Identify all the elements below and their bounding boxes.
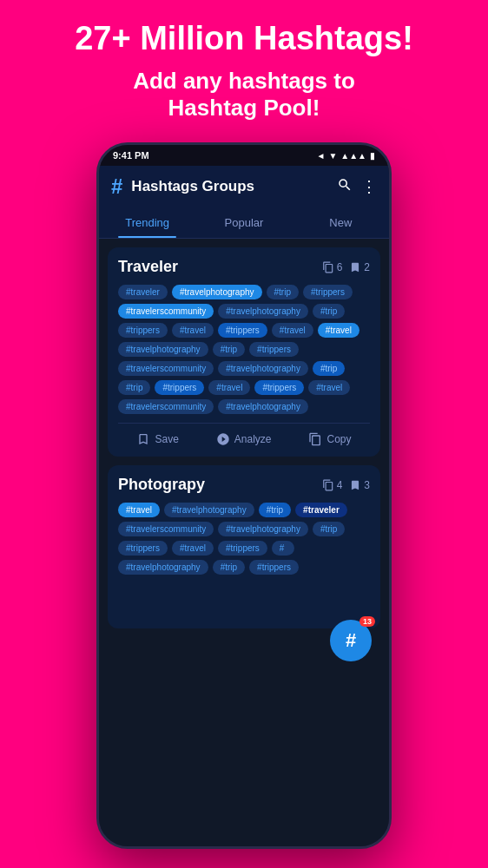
fab-icon: # xyxy=(346,629,356,652)
app-bar-title: Hashtags Groups xyxy=(131,178,328,195)
photography-copy-count: 4 xyxy=(322,479,343,491)
hashtag-travel-2[interactable]: #travel xyxy=(272,323,313,338)
photography-card-meta: 4 3 xyxy=(322,479,370,491)
hashtag-traveler[interactable]: #traveler xyxy=(118,285,168,299)
promo-title: 27+ Million Hashtags! xyxy=(17,21,471,57)
promo-subtitle: Add any hashtags toHashtag Pool! xyxy=(17,68,471,122)
ph-hashtag-travelerscommunity[interactable]: #travelerscommunity xyxy=(118,522,214,536)
ph-hashtag-trippers-2[interactable]: #trippers xyxy=(218,541,267,556)
save-label: Save xyxy=(155,433,178,445)
hashtag-trippers-4[interactable]: #trippers xyxy=(249,342,299,357)
tab-trending[interactable]: Trending xyxy=(99,207,195,238)
save-button[interactable]: Save xyxy=(136,432,178,446)
status-bar: 9:41 PM ◄ ▼ ▲▲▲ ▮ xyxy=(99,145,389,166)
more-options-icon[interactable]: ⋮ xyxy=(361,177,377,197)
hashtag-trippers-5[interactable]: #trippers xyxy=(155,380,204,395)
hashtag-travel-3[interactable]: #travel xyxy=(318,323,359,338)
phone-device: 9:41 PM ◄ ▼ ▲▲▲ ▮ # Hashtags Groups ⋮ Tr… xyxy=(96,142,392,849)
hashtag-travel-5[interactable]: #travel xyxy=(308,380,350,395)
hashtag-travelerscommunity-1[interactable]: #travelerscommunity xyxy=(118,304,214,319)
traveler-hashtags: #traveler #travelphotography #trip #trip… xyxy=(118,285,370,414)
hashtag-travelphotography-1[interactable]: #travelphotography xyxy=(172,285,262,299)
app-logo-hash: # xyxy=(111,174,122,199)
hashtag-travel-1[interactable]: #travel xyxy=(172,323,214,338)
hashtag-travelerscommunity-2[interactable]: #travelerscommunity xyxy=(118,361,214,376)
hashtag-travelphotography-3[interactable]: #travelphotography xyxy=(118,342,208,357)
photography-card-header: Photograpy 4 3 xyxy=(118,476,370,494)
tab-popular[interactable]: Popular xyxy=(195,207,292,238)
analyze-label: Analyze xyxy=(234,433,272,445)
status-time: 9:41 PM xyxy=(113,150,149,161)
fab-hashtag-button[interactable]: # 13 xyxy=(330,620,372,661)
ph-hashtag-trippers-1[interactable]: #trippers xyxy=(118,541,168,556)
speaker-icon: ◄ xyxy=(316,151,325,161)
search-icon[interactable] xyxy=(337,177,353,197)
ph-hashtag-traveler[interactable]: #traveler xyxy=(295,503,347,517)
ph-hashtag-trip-3[interactable]: #trip xyxy=(213,560,245,575)
promo-section: 27+ Million Hashtags! Add any hashtags t… xyxy=(0,0,488,130)
photography-card-title: Photograpy xyxy=(118,476,205,494)
traveler-card-meta: 6 2 xyxy=(322,261,370,273)
signal-icon: ▲▲▲ xyxy=(340,151,366,161)
ph-hashtag-travelphotography-2[interactable]: #travelphotography xyxy=(218,522,308,536)
hashtag-trip-2[interactable]: #trip xyxy=(313,304,345,319)
tab-new[interactable]: New xyxy=(293,207,389,238)
traveler-card-actions: Save Analyze Copy xyxy=(118,423,370,446)
traveler-card-title: Traveler xyxy=(118,258,178,276)
hashtag-trippers-2[interactable]: #trippers xyxy=(118,323,168,338)
app-bar: # Hashtags Groups ⋮ xyxy=(99,166,389,207)
ph-hashtag-trippers-3[interactable]: #trippers xyxy=(249,560,299,575)
ph-hashtag-travel-extra[interactable]: # xyxy=(272,541,294,556)
hashtag-trip-1[interactable]: #trip xyxy=(267,285,299,299)
analyze-button[interactable]: Analyze xyxy=(216,432,272,446)
phone-content: Traveler 6 2 #traveler #travelphotograph… xyxy=(99,239,389,846)
hashtag-trip-3[interactable]: #trip xyxy=(213,342,245,357)
traveler-copy-count: 6 xyxy=(322,261,343,273)
hashtag-trip-5[interactable]: #trip xyxy=(118,380,150,395)
traveler-card-header: Traveler 6 2 xyxy=(118,258,370,276)
tabs-bar: Trending Popular New xyxy=(99,207,389,239)
traveler-card: Traveler 6 2 #traveler #travelphotograph… xyxy=(108,247,380,457)
hashtag-trippers-6[interactable]: #trippers xyxy=(254,380,304,395)
hashtag-travel-4[interactable]: #travel xyxy=(208,380,250,395)
hashtag-travelphotography-5[interactable]: #travelphotography xyxy=(218,399,308,414)
hashtag-trippers-1[interactable]: #trippers xyxy=(303,285,353,299)
battery-icon: ▮ xyxy=(370,151,375,161)
hashtag-trippers-3[interactable]: #trippers xyxy=(218,323,267,338)
hashtag-travelerscommunity-3[interactable]: #travelerscommunity xyxy=(118,399,214,414)
fab-badge-count: 13 xyxy=(359,616,375,627)
photography-hashtags: #travel #travelphotography #trip #travel… xyxy=(118,503,370,575)
ph-hashtag-trip-2[interactable]: #trip xyxy=(313,522,345,536)
hashtag-travelphotography-4[interactable]: #travelphotography xyxy=(218,361,308,376)
status-icons: ◄ ▼ ▲▲▲ ▮ xyxy=(316,151,375,161)
wifi-icon: ▼ xyxy=(328,151,337,161)
app-bar-actions: ⋮ xyxy=(337,177,377,197)
traveler-bookmark-count: 2 xyxy=(349,261,370,273)
ph-hashtag-travelphotography-1[interactable]: #travelphotography xyxy=(164,503,254,517)
ph-hashtag-travel[interactable]: #travel xyxy=(118,503,160,517)
hashtag-trip-4[interactable]: #trip xyxy=(313,361,345,376)
ph-hashtag-travel-2[interactable]: #travel xyxy=(172,541,214,556)
ph-hashtag-trip[interactable]: #trip xyxy=(259,503,291,517)
photography-card: Photograpy 4 3 #travel #travelphotograph… xyxy=(108,465,380,628)
copy-label: Copy xyxy=(326,433,351,445)
copy-button[interactable]: Copy xyxy=(308,432,351,446)
hashtag-travelphotography-2[interactable]: #travelphotography xyxy=(218,304,308,319)
photography-bookmark-count: 3 xyxy=(349,479,370,491)
ph-hashtag-travelphotography-3[interactable]: #travelphotography xyxy=(118,560,208,575)
